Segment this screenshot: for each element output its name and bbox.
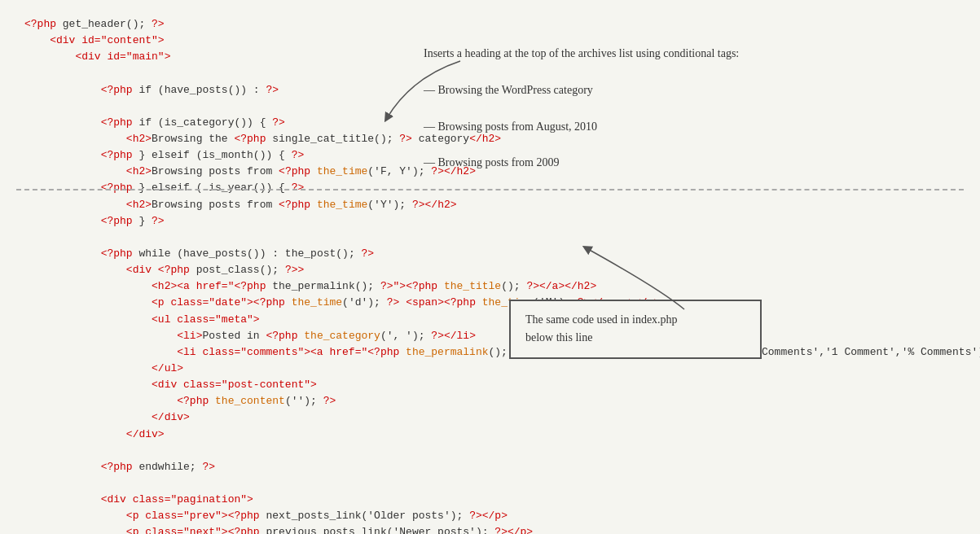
arrow-top-svg: [371, 45, 468, 134]
arrow-bottom-svg: [562, 240, 692, 322]
annotation-bullet-3: — Browsing posts from 2009: [424, 156, 559, 169]
annotation-bottom-line2: below this line: [525, 331, 592, 344]
annotation-top: Inserts a heading at the top of the arch…: [424, 45, 953, 173]
annotation-top-intro: Inserts a heading at the top of the arch…: [424, 47, 739, 59]
dashed-line-separator: [16, 189, 964, 190]
